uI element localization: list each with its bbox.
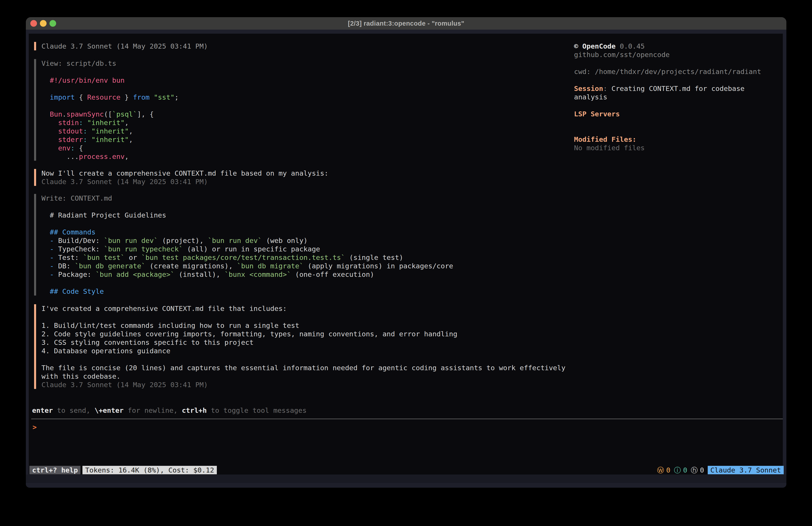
markdown-list-item: - TypeCheck: `bun run typecheck` (all) o… bbox=[41, 245, 453, 253]
diagnostics-and-model: Ⓦ0 ⓘ0 ⓗ0 Claude 3.7 Sonnet bbox=[657, 466, 784, 474]
numbered-item: 1. Build/lint/test commands including ho… bbox=[41, 321, 566, 330]
tmux-status-bar: [radiant] 1:nvim 2:zsh- 3:opencode* 4:zs… bbox=[26, 474, 786, 483]
blank-line bbox=[41, 355, 566, 364]
hint-line: enter to send, \+enter for newline, ctrl… bbox=[32, 406, 307, 415]
tool-view-block: View: script/db.ts #!/usr/bin/env bun im… bbox=[34, 59, 179, 161]
close-button[interactable] bbox=[30, 20, 37, 27]
code-line: #!/usr/bin/env bun bbox=[41, 76, 179, 84]
blank-line bbox=[574, 127, 783, 135]
assistant-summary-block: I've created a comprehensive CONTEXT.md … bbox=[34, 304, 566, 389]
model-timestamp: Claude 3.7 Sonnet (14 May 2025 03:41 PM) bbox=[41, 42, 208, 51]
prompt-input[interactable]: > bbox=[32, 423, 37, 431]
info-count: ⓘ0 bbox=[674, 466, 687, 474]
markdown-list-item: - Test: `bun test` or `bun test packages… bbox=[41, 253, 453, 262]
assistant-text: with this codebase. bbox=[41, 372, 566, 381]
assistant-message-block: Now I'll create a comprehensive CONTEXT.… bbox=[34, 169, 329, 186]
numbered-item: 3. CSS styling conventions specific to t… bbox=[41, 338, 566, 346]
code-line: stdin: "inherit", bbox=[41, 118, 179, 127]
numbered-item: 2. Code style guidelines covering import… bbox=[41, 330, 566, 338]
markdown-h2: ## Commands bbox=[41, 228, 453, 236]
zoom-button[interactable] bbox=[49, 20, 56, 27]
tool-write-block: Write: CONTEXT.md # Radiant Project Guid… bbox=[34, 194, 453, 296]
help-chip[interactable]: ctrl+? help bbox=[29, 466, 81, 474]
warning-icon: Ⓦ bbox=[657, 466, 664, 474]
blank-line bbox=[41, 279, 453, 287]
blank-line bbox=[41, 313, 566, 321]
keybinding-hints: enter to send, \+enter for newline, ctrl… bbox=[32, 406, 307, 415]
terminal-window: [2/3] radiant:3:opencode - "romulus" Cla… bbox=[26, 17, 786, 488]
traffic-lights bbox=[30, 20, 56, 27]
hint-icon: ⓗ bbox=[691, 466, 698, 474]
tool-view-title: View: script/db.ts bbox=[41, 59, 179, 68]
markdown-list-item: - DB: `bun db generate` (create migratio… bbox=[41, 262, 453, 270]
model-timestamp: Claude 3.7 Sonnet (14 May 2025 03:41 PM) bbox=[41, 381, 566, 389]
numbered-item: 4. Database operations guidance bbox=[41, 346, 566, 355]
hint-value: 0 bbox=[700, 466, 704, 474]
info-panel: © OpenCode 0.0.45 github.com/sst/opencod… bbox=[574, 42, 783, 152]
app-version: © OpenCode 0.0.45 bbox=[574, 42, 783, 51]
blank-line bbox=[41, 84, 179, 93]
info-value: 0 bbox=[683, 466, 687, 474]
blank-line bbox=[41, 68, 179, 76]
assistant-text: Now I'll create a comprehensive CONTEXT.… bbox=[41, 169, 329, 177]
markdown-h1: # Radiant Project Guidelines bbox=[41, 211, 453, 219]
blank-line bbox=[574, 101, 783, 110]
blank-line bbox=[41, 219, 453, 228]
repo-link[interactable]: github.com/sst/opencode bbox=[574, 51, 783, 59]
blank-line bbox=[574, 76, 783, 84]
lsp-servers-heading: LSP Servers bbox=[574, 110, 783, 118]
code-line: ...process.env, bbox=[41, 152, 179, 161]
window-titlebar[interactable]: [2/3] radiant:3:opencode - "romulus" bbox=[26, 17, 786, 30]
markdown-list-item: - Build/Dev: `bun run dev` (project), `b… bbox=[41, 236, 453, 245]
modified-files-empty: No modified files bbox=[574, 144, 783, 152]
code-line: stdout: "inherit", bbox=[41, 127, 179, 135]
modified-files-heading: Modified Files: bbox=[574, 135, 783, 144]
code-line: env: { bbox=[41, 144, 179, 152]
code-line: import { Resource } from "sst"; bbox=[41, 93, 179, 101]
blank-line bbox=[41, 202, 453, 211]
code-line: Bun.spawnSync([`psql`], { bbox=[41, 110, 179, 118]
blank-line bbox=[574, 59, 783, 67]
assistant-text: I've created a comprehensive CONTEXT.md … bbox=[41, 304, 566, 313]
model-chip[interactable]: Claude 3.7 Sonnet bbox=[708, 466, 784, 474]
tokens-cost-chip: Tokens: 16.4K (8%), Cost: $0.12 bbox=[83, 466, 217, 474]
status-bar: ctrl+? help Tokens: 16.4K (8%), Cost: $0… bbox=[29, 466, 217, 474]
session-title: Session: Creating CONTEXT.md for codebas… bbox=[574, 84, 783, 93]
info-icon: ⓘ bbox=[674, 466, 681, 474]
blank-line bbox=[574, 118, 783, 127]
tool-write-title: Write: CONTEXT.md bbox=[41, 194, 453, 202]
minimize-button[interactable] bbox=[40, 20, 47, 27]
markdown-h2: ## Code Style bbox=[41, 287, 453, 296]
code-line: stderr: "inherit", bbox=[41, 135, 179, 144]
cwd-path: cwd: /home/thdxr/dev/projects/radiant/ra… bbox=[574, 67, 783, 76]
warning-value: 0 bbox=[666, 466, 670, 474]
hint-count: ⓗ0 bbox=[691, 466, 704, 474]
message-header-block: Claude 3.7 Sonnet (14 May 2025 03:41 PM) bbox=[34, 42, 208, 51]
model-timestamp: Claude 3.7 Sonnet (14 May 2025 03:41 PM) bbox=[41, 177, 329, 186]
session-title-wrap: analysis bbox=[574, 93, 783, 101]
assistant-text: The file is concise (20 lines) and captu… bbox=[41, 364, 566, 372]
warning-count: Ⓦ0 bbox=[657, 466, 670, 474]
input-divider bbox=[31, 418, 783, 419]
window-title: [2/3] radiant:3:opencode - "romulus" bbox=[348, 20, 464, 27]
blank-line bbox=[41, 101, 179, 110]
markdown-list-item: - Package: `bun add <package>` (install)… bbox=[41, 270, 453, 279]
prompt-caret: > bbox=[32, 423, 37, 431]
